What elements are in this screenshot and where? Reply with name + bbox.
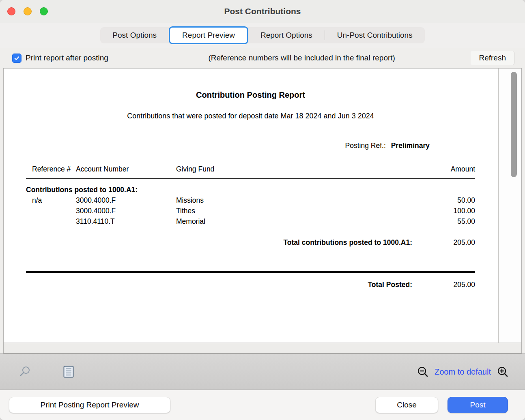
preview-toolbar: Zoom to default bbox=[0, 354, 525, 390]
column-header-amount: Amount bbox=[298, 164, 475, 174]
row-account: 3000.4000.F bbox=[76, 206, 176, 216]
report-title: Contribution Posting Report bbox=[26, 90, 475, 100]
magnifier-tool-button[interactable] bbox=[19, 365, 32, 378]
document-icon bbox=[63, 366, 74, 378]
tab-group: Post Options Report Preview Report Optio… bbox=[100, 27, 424, 43]
reference-numbers-note: (Reference numbers will be included in t… bbox=[108, 54, 471, 62]
refresh-button[interactable]: Refresh bbox=[471, 51, 514, 65]
group-total-value: 205.00 bbox=[412, 237, 475, 248]
group-total-label: Total contributions posted to 1000.A1: bbox=[26, 237, 412, 248]
print-posting-report-preview-button[interactable]: Print Posting Report Preview bbox=[9, 397, 170, 413]
table-row: 3000.4000.F Tithes 100.00 bbox=[26, 206, 475, 216]
fullscreen-window-button[interactable] bbox=[40, 7, 48, 15]
column-header-account: Account Number bbox=[76, 164, 176, 174]
minimize-window-button[interactable] bbox=[24, 7, 32, 15]
zoom-to-default-link[interactable]: Zoom to default bbox=[435, 367, 491, 377]
footer-bar: Print Posting Report Preview Close Post bbox=[0, 390, 525, 420]
tab-post-options[interactable]: Post Options bbox=[100, 27, 169, 43]
row-fund: Memorial bbox=[176, 216, 298, 227]
tab-report-options[interactable]: Report Options bbox=[248, 27, 325, 43]
options-row: Print report after posting (Reference nu… bbox=[0, 48, 525, 68]
posting-ref-value: Preliminary bbox=[391, 141, 430, 150]
zoom-out-icon bbox=[417, 366, 429, 378]
row-account: 3000.4000.F bbox=[76, 195, 176, 206]
tab-report-preview[interactable]: Report Preview bbox=[169, 26, 248, 44]
table-row: n/a 3000.4000.F Missions 50.00 bbox=[26, 195, 475, 206]
grand-total-rule bbox=[26, 271, 475, 273]
scrollbar-thumb[interactable] bbox=[511, 72, 517, 177]
report-subtitle: Contributions that were posted for depos… bbox=[26, 112, 475, 120]
grand-total-value: 205.00 bbox=[412, 279, 475, 290]
grand-total-label: Total Posted: bbox=[26, 279, 412, 290]
grand-total-row: Total Posted: 205.00 bbox=[26, 279, 475, 290]
traffic-lights bbox=[7, 7, 48, 15]
print-report-checkbox[interactable] bbox=[12, 54, 22, 63]
table-row: 3110.4110.T Memorial 55.00 bbox=[26, 216, 475, 227]
zoom-in-icon bbox=[497, 366, 509, 378]
column-header-fund: Giving Fund bbox=[176, 164, 298, 174]
print-report-checkbox-label: Print report after posting bbox=[26, 54, 108, 62]
row-reference bbox=[32, 206, 76, 216]
magnifier-icon bbox=[19, 365, 32, 378]
zoom-in-button[interactable] bbox=[497, 366, 509, 378]
row-amount: 55.00 bbox=[298, 216, 475, 227]
column-headers: Reference # Account Number Giving Fund A… bbox=[26, 164, 475, 178]
group-total-row: Total contributions posted to 1000.A1: 2… bbox=[26, 237, 475, 248]
post-contributions-window: Post Contributions Post Options Report P… bbox=[0, 0, 525, 420]
column-header-reference: Reference # bbox=[32, 164, 76, 174]
checkmark-icon bbox=[14, 55, 20, 61]
window-title: Post Contributions bbox=[224, 6, 301, 16]
tab-label: Report Preview bbox=[182, 31, 235, 40]
group-header: Contributions posted to 1000.A1: bbox=[26, 179, 475, 195]
rows-rule bbox=[26, 232, 475, 232]
posting-ref-label: Posting Ref.: bbox=[345, 141, 386, 150]
titlebar: Post Contributions bbox=[0, 0, 525, 23]
horizontal-scroll-strip bbox=[4, 343, 521, 353]
row-reference: n/a bbox=[32, 195, 76, 206]
zoom-out-button[interactable] bbox=[417, 366, 429, 378]
tab-label: Report Options bbox=[260, 31, 312, 40]
row-fund: Missions bbox=[176, 195, 298, 206]
close-button[interactable]: Close bbox=[375, 397, 438, 413]
scrollbar-track[interactable] bbox=[499, 69, 521, 343]
row-fund: Tithes bbox=[176, 206, 298, 216]
document-view-button[interactable] bbox=[63, 366, 74, 378]
row-account: 3110.4110.T bbox=[76, 216, 176, 227]
post-button[interactable]: Post bbox=[448, 397, 508, 413]
tab-label: Post Options bbox=[112, 31, 157, 40]
row-reference bbox=[32, 216, 76, 227]
report-preview-area: Contribution Posting Report Contribution… bbox=[3, 68, 522, 354]
tab-label: Un-Post Contributions bbox=[337, 31, 413, 40]
print-report-checkbox-group[interactable]: Print report after posting bbox=[12, 54, 108, 63]
close-window-button[interactable] bbox=[7, 7, 15, 15]
row-amount: 50.00 bbox=[298, 195, 475, 206]
tab-un-post-contributions[interactable]: Un-Post Contributions bbox=[325, 27, 425, 43]
tab-bar: Post Options Report Preview Report Optio… bbox=[0, 23, 525, 48]
posting-ref: Posting Ref.: Preliminary bbox=[26, 141, 475, 150]
report-page: Contribution Posting Report Contribution… bbox=[4, 69, 498, 343]
row-amount: 100.00 bbox=[298, 206, 475, 216]
